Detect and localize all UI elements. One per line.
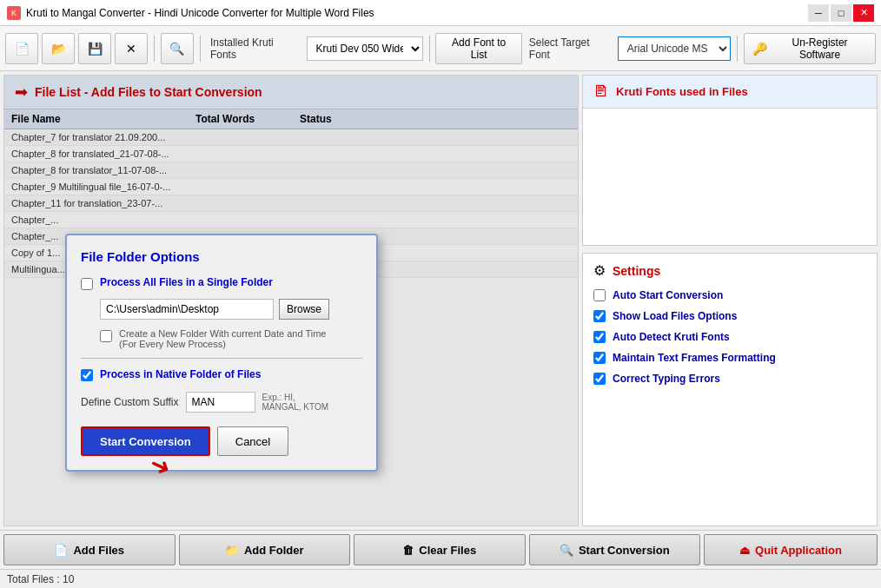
toolbar: 📄 📂 💾 ✕ 🔍 Installed Kruti Fonts Kruti De…: [0, 26, 881, 71]
statusbar: Total Files : 10: [0, 569, 881, 588]
start-icon: 🔍: [560, 544, 573, 557]
unregister-label: Un-Register Software: [772, 36, 868, 61]
select-target-label: Select Target Font: [526, 36, 614, 61]
native-folder-checkbox[interactable]: [81, 369, 93, 381]
settings-header-text: Settings: [613, 264, 660, 278]
process-all-label[interactable]: Process All Files in a Single Folder: [100, 276, 273, 288]
modal-cancel-button[interactable]: Cancel: [217, 426, 288, 456]
unregister-button[interactable]: 🔑 Un-Register Software: [744, 33, 876, 64]
add-folder-label: Add Folder: [244, 544, 304, 557]
file-folder-options-dialog: File Folder Options Process All Files in…: [65, 234, 378, 472]
modal-start-button[interactable]: Start Conversion: [81, 426, 210, 456]
add-files-label: Add Files: [73, 544, 124, 557]
start-conversion-label: Start Conversion: [579, 544, 670, 557]
kruti-fonts-box: 🖹 Kruti Fonts used in Files: [582, 75, 878, 246]
suffix-hint: Exp.: HI,MANGAL, KTOM: [262, 393, 329, 412]
modal-buttons: Start Conversion Cancel ➜: [81, 426, 362, 456]
show-load-checkbox[interactable]: [593, 310, 606, 322]
kruti-fonts-icon: 🖹: [593, 83, 609, 101]
correct-errors-checkbox[interactable]: [593, 373, 606, 385]
settings-item-0: Auto Start Conversion: [593, 289, 866, 301]
modal-divider: [81, 358, 362, 359]
clear-files-button[interactable]: 🗑 Clear Files: [354, 534, 526, 565]
new-icon: 📄: [13, 40, 30, 57]
titlebar-controls[interactable]: ─ □ ✕: [808, 4, 874, 22]
add-files-icon: 📄: [54, 544, 68, 557]
new-button[interactable]: 📄: [5, 33, 38, 64]
maximize-button[interactable]: □: [831, 4, 851, 22]
settings-item-1: Show Load Files Options: [593, 310, 866, 322]
delete-button[interactable]: ✕: [115, 33, 148, 64]
add-folder-button[interactable]: 📁 Add Folder: [179, 534, 351, 565]
search-icon: 🔍: [169, 40, 186, 57]
open-button[interactable]: 📂: [42, 33, 75, 64]
folder-path-input[interactable]: [100, 299, 274, 320]
delete-icon: ✕: [123, 40, 140, 57]
right-panel: 🖹 Kruti Fonts used in Files ⚙ Settings A…: [582, 75, 878, 526]
auto-start-label[interactable]: Auto Start Conversion: [613, 289, 723, 301]
add-files-button[interactable]: 📄 Add Files: [3, 534, 176, 565]
installed-kruti-label: Installed Kruti Fonts: [207, 36, 303, 61]
new-folder-checkbox[interactable]: [100, 330, 112, 342]
settings-item-3: Maintain Text Frames Formatting: [593, 352, 866, 364]
settings-icon: ⚙: [593, 262, 606, 279]
add-font-label: Add Font to List: [443, 36, 513, 61]
settings-item-2: Auto Detect Kruti Fonts: [593, 331, 866, 343]
start-conversion-button[interactable]: 🔍 Start Conversion: [529, 534, 701, 565]
auto-start-checkbox[interactable]: [593, 289, 606, 301]
window-title: Kruti to Mangal Converter - Hindi Unicod…: [26, 7, 374, 19]
show-load-label[interactable]: Show Load Files Options: [613, 310, 737, 322]
left-panel: ➡ File List - Add Files to Start Convers…: [3, 75, 579, 526]
suffix-input[interactable]: [186, 392, 255, 413]
save-button[interactable]: 💾: [78, 33, 111, 64]
settings-header: ⚙ Settings: [593, 262, 866, 279]
modal-title: File Folder Options: [81, 249, 362, 264]
minimize-button[interactable]: ─: [808, 4, 829, 22]
auto-detect-checkbox[interactable]: [593, 331, 606, 343]
separator-4: [737, 36, 738, 62]
kruti-fonts-content: [583, 109, 877, 243]
unregister-icon: 🔑: [752, 40, 768, 57]
search-button[interactable]: 🔍: [161, 33, 194, 64]
quit-icon: ⏏: [739, 544, 750, 557]
quit-button[interactable]: ⏏ Quit Application: [704, 534, 878, 565]
titlebar: K Kruti to Mangal Converter - Hindi Unic…: [0, 0, 881, 26]
app-icon: K: [7, 6, 21, 20]
titlebar-left: K Kruti to Mangal Converter - Hindi Unic…: [7, 6, 374, 20]
kruti-fonts-header-text: Kruti Fonts used in Files: [616, 85, 748, 98]
clear-files-label: Clear Files: [419, 544, 476, 557]
main-container: ➡ File List - Add Files to Start Convers…: [0, 71, 881, 530]
separator-1: [154, 36, 155, 62]
maintain-frames-checkbox[interactable]: [593, 352, 606, 364]
total-files-text: Total Files : 10: [7, 573, 74, 585]
native-folder-row: Process in Native Folder of Files: [81, 367, 362, 381]
kruti-fonts-header: 🖹 Kruti Fonts used in Files: [583, 76, 877, 109]
quit-label: Quit Application: [755, 544, 842, 557]
save-icon: 💾: [86, 40, 103, 57]
clear-files-icon: 🗑: [402, 544, 414, 557]
new-folder-label: Create a New Folder With current Date an…: [119, 328, 326, 349]
settings-item-4: Correct Typing Errors: [593, 373, 866, 385]
bottom-toolbar: 📄 Add Files 📁 Add Folder 🗑 Clear Files 🔍…: [0, 530, 881, 569]
browse-button[interactable]: Browse: [279, 299, 329, 320]
target-font-dropdown[interactable]: Arial Unicode MS: [618, 36, 731, 61]
add-font-button[interactable]: Add Font to List: [435, 33, 521, 64]
suffix-row: Define Custom Suffix Exp.: HI,MANGAL, KT…: [81, 392, 362, 413]
separator-2: [200, 36, 201, 62]
settings-box: ⚙ Settings Auto Start Conversion Show Lo…: [582, 253, 878, 526]
auto-detect-label[interactable]: Auto Detect Kruti Fonts: [613, 331, 730, 343]
open-icon: 📂: [50, 40, 67, 57]
separator-3: [429, 36, 430, 62]
kruti-font-dropdown[interactable]: Kruti Dev 050 Wide: [307, 36, 423, 61]
new-folder-row: Create a New Folder With current Date an…: [100, 328, 362, 349]
maintain-frames-label[interactable]: Maintain Text Frames Formatting: [613, 352, 776, 364]
modal-overlay: File Folder Options Process All Files in…: [4, 76, 578, 525]
process-all-row: Process All Files in a Single Folder: [81, 276, 362, 290]
correct-errors-label[interactable]: Correct Typing Errors: [613, 373, 720, 385]
native-folder-label[interactable]: Process in Native Folder of Files: [100, 368, 261, 380]
folder-path-row: Browse: [100, 299, 362, 320]
add-folder-icon: 📁: [225, 544, 239, 557]
close-button[interactable]: ✕: [853, 4, 874, 22]
suffix-label: Define Custom Suffix: [81, 396, 179, 408]
process-all-checkbox[interactable]: [81, 278, 93, 290]
